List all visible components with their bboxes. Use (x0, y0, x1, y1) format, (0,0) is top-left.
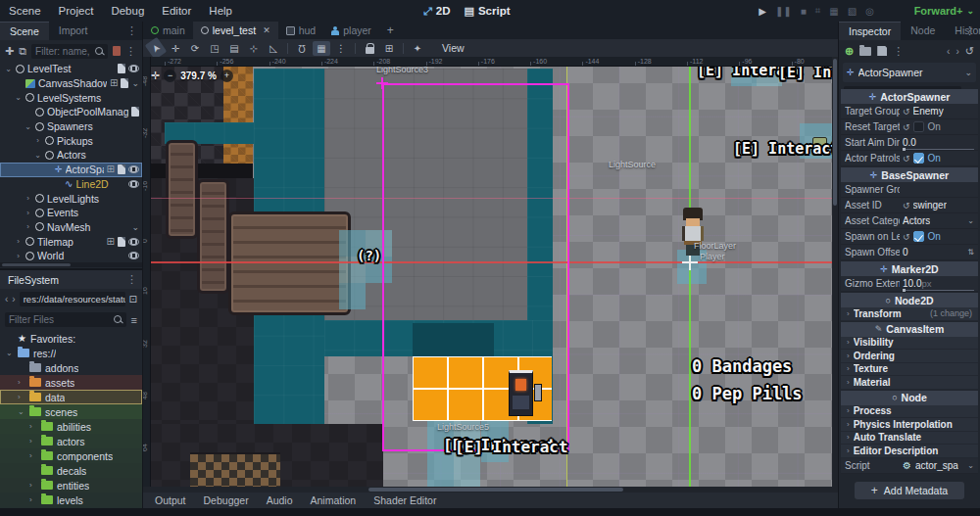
tab-import[interactable]: Import (49, 22, 98, 40)
filesystem-row[interactable]: ›levels (0, 493, 142, 507)
expand-arrow-icon[interactable]: › (24, 209, 32, 217)
inspector-group-row[interactable]: ›Material (841, 376, 978, 390)
nav-back-icon[interactable]: ‹ (5, 294, 8, 305)
new-scene-tab-button[interactable]: + (379, 22, 402, 39)
property-value[interactable]: On (913, 153, 974, 164)
bottom-panel-debugger[interactable]: Debugger (204, 494, 249, 506)
scene-filter-input[interactable]: Filter: name, t:t (31, 44, 108, 59)
expand-arrow-icon[interactable]: ⌄ (6, 349, 14, 357)
scene-tree-row[interactable]: ObjectPoolManager (0, 105, 142, 119)
scale-tool[interactable]: ◳ (206, 41, 223, 56)
expand-arrow-icon[interactable]: ⌄ (4, 65, 13, 73)
inspector-group-row[interactable]: ›Texture (841, 363, 978, 377)
scene-tree-row[interactable]: ›LevelLights (0, 191, 142, 206)
revert-icon[interactable]: ↺ (903, 122, 910, 132)
revert-icon[interactable]: ↺ (903, 201, 910, 211)
filesystem-row[interactable]: ›components (0, 448, 142, 463)
scene-tab-player[interactable]: player (323, 22, 379, 39)
bottom-panel-shader-editor[interactable]: Shader Editor (373, 494, 436, 506)
smart-snap-toggle[interactable]: Ω (293, 41, 311, 56)
move-tool[interactable]: ✛ (167, 41, 184, 56)
add-node-button[interactable]: ✚ (5, 45, 14, 58)
inspector-group-row[interactable]: ›Process (841, 405, 978, 419)
zoom-in-button[interactable]: + (220, 70, 233, 82)
property-value[interactable]: ⚙actor_spa⌄ (903, 460, 974, 471)
expand-arrow-icon[interactable]: › (14, 237, 23, 246)
property-value[interactable]: 0.0 (903, 136, 974, 150)
filesystem-row[interactable]: ⌄scenes (0, 404, 142, 419)
tab-inspector[interactable]: Inspector (839, 22, 901, 40)
workspace-script-button[interactable]: ▤ Script (465, 5, 511, 18)
filesystem-row[interactable]: ⌄res:// (0, 346, 142, 360)
expand-arrow-icon[interactable]: ⌄ (24, 122, 32, 131)
scene-tree-row[interactable]: ›Tilemap⊞ (0, 234, 142, 249)
history-icon[interactable]: ↺ (965, 45, 974, 58)
scene-tree-row[interactable]: ›Pickups (0, 133, 142, 148)
resource-menu-icon[interactable]: ⋮ (893, 45, 905, 58)
spin-slider[interactable]: 10.0px (903, 277, 974, 291)
scene-tree-menu-icon[interactable]: ⋮ (125, 45, 137, 58)
pin-button[interactable]: ✦ (409, 41, 426, 56)
scene-tree-row[interactable]: ›NavMesh⌄ (0, 220, 142, 235)
expand-arrow-icon[interactable]: › (29, 422, 37, 431)
viewport-vscrollbar[interactable] (832, 57, 838, 493)
scene-tree-row[interactable]: ⌄LevelTest (0, 62, 142, 76)
expand-arrow-icon[interactable]: › (18, 393, 25, 401)
visibility-toggle-icon[interactable] (128, 180, 139, 188)
property-value[interactable]: Enemy (913, 106, 974, 117)
property-value[interactable]: On (913, 121, 974, 132)
filesystem-row[interactable]: decals (0, 463, 142, 478)
workspace-2d-button[interactable]: ⤢ 2D (423, 5, 451, 18)
inspector-group-row[interactable]: ›Transform(1 change) (841, 307, 978, 321)
script-icon[interactable] (118, 64, 125, 73)
menu-debug[interactable]: Debug (102, 0, 153, 22)
history-back-icon[interactable]: ‹ (947, 46, 950, 57)
filesystem-row[interactable]: ★Favorites: (0, 331, 142, 346)
menu-project[interactable]: Project (50, 0, 103, 22)
scene-tab-main[interactable]: main (143, 22, 193, 39)
property-value[interactable]: Actors⌄ (903, 215, 974, 226)
filesystem-row[interactable]: ›assets (0, 375, 142, 390)
zoom-out-button[interactable]: − (164, 70, 176, 82)
visibility-toggle-icon[interactable] (128, 65, 139, 72)
center-view-icon[interactable]: ✛ (151, 70, 160, 82)
inspector-group-row[interactable]: ›Visibility (841, 337, 978, 351)
new-resource-icon[interactable]: ⊕ (845, 45, 854, 58)
menu-help[interactable]: Help (200, 0, 241, 22)
spin-arrows-icon[interactable]: ⇅ (967, 248, 974, 257)
nav-forward-icon[interactable]: › (12, 294, 15, 305)
group-icon[interactable]: ⊞ (110, 78, 118, 88)
checkbox[interactable] (913, 121, 924, 132)
menu-scene[interactable]: Scene (0, 0, 50, 22)
inspector-group-row[interactable]: ›Auto Translate (841, 432, 978, 446)
chevron-down-icon[interactable]: ⌄ (131, 222, 139, 232)
inspector-group-row[interactable]: ›Editor Description (841, 445, 978, 458)
expand-arrow-icon[interactable]: › (24, 222, 32, 231)
revert-icon[interactable]: ↺ (903, 154, 910, 164)
ruler-tool[interactable]: ◺ (265, 41, 282, 56)
filesystem-tab[interactable]: FileSystem (8, 274, 59, 286)
lock-button[interactable] (361, 41, 378, 56)
property-value[interactable]: 0⇅ (903, 247, 974, 258)
grid-snap-toggle[interactable]: ▦ (313, 41, 330, 56)
property-value[interactable]: On (913, 231, 974, 242)
expand-arrow-icon[interactable]: › (29, 437, 37, 446)
inspector-dock-menu-icon[interactable]: ⋮ (964, 24, 976, 37)
visibility-toggle-icon[interactable] (128, 238, 139, 246)
split-view-icon[interactable]: ⊡ (129, 294, 137, 305)
history-forward-icon[interactable]: › (956, 46, 958, 57)
tab-node[interactable]: Node (901, 22, 945, 40)
expand-arrow-icon[interactable]: › (33, 136, 42, 145)
viewport-canvas[interactable]: LightSource3LightSourceLightSource5Floor… (143, 57, 838, 493)
scene-dock-menu-icon[interactable]: ⋮ (126, 24, 138, 37)
expand-arrow-icon[interactable]: › (29, 451, 37, 460)
spin-slider[interactable]: 0.0 (903, 136, 974, 150)
script-icon[interactable] (131, 107, 139, 117)
pause-button[interactable]: ❚❚ (775, 6, 792, 17)
expand-arrow-icon[interactable]: ⌄ (18, 407, 25, 416)
profiler-button[interactable]: ◎ (865, 6, 874, 17)
scene-tab-hud[interactable]: hud (278, 22, 324, 39)
scene-tree-row[interactable]: ⌄Spawners (0, 119, 142, 134)
sort-files-icon[interactable]: ≡ (131, 314, 137, 326)
view-menu-button[interactable]: View (436, 42, 470, 54)
